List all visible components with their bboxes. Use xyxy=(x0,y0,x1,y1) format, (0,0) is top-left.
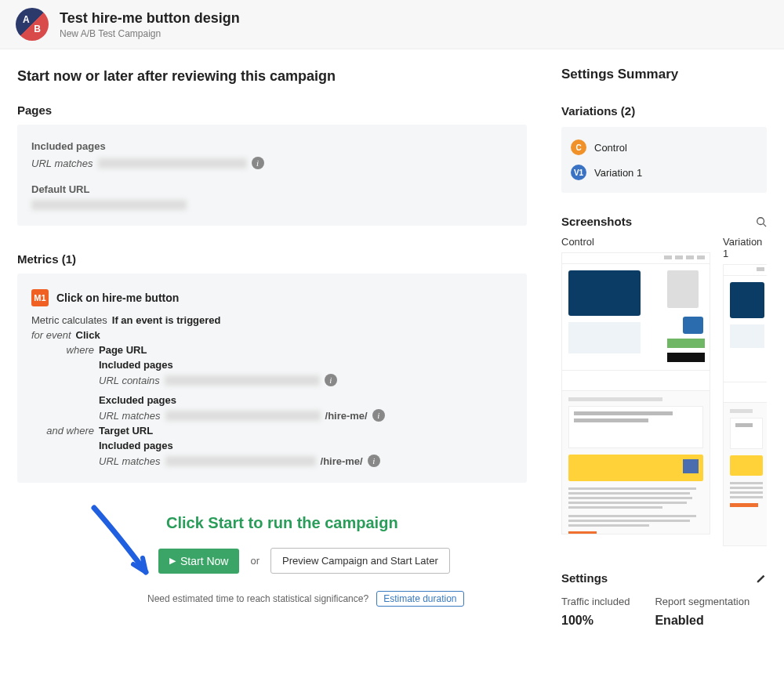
variation-label: Variation 1 xyxy=(594,167,642,179)
main-heading: Start now or later after reviewing this … xyxy=(17,68,527,85)
or-text: or xyxy=(250,555,260,567)
redacted-url xyxy=(98,158,247,168)
start-now-button[interactable]: ▶ Start Now xyxy=(158,549,239,574)
play-icon: ▶ xyxy=(169,556,176,566)
info-icon[interactable]: i xyxy=(368,455,380,467)
callout-instruction: Click Start to run the campaign xyxy=(166,514,527,532)
campaign-title: Test hire-me button design xyxy=(60,10,240,27)
metrics-card: M1 Click on hire-me button Metric calcul… xyxy=(17,274,527,483)
metric-title: Click on hire-me button xyxy=(56,292,179,304)
metric-calculates-value: If an event is triggered xyxy=(112,314,221,326)
info-icon[interactable]: i xyxy=(325,374,337,386)
estimate-duration-button[interactable]: Estimate duration xyxy=(376,591,463,607)
campaign-subtitle: New A/B Test Campaign xyxy=(60,28,240,39)
url-matches-label-3: URL matches xyxy=(99,455,161,467)
screenshot-thumb-v1[interactable] xyxy=(723,264,767,546)
metrics-label: Metrics (1) xyxy=(17,252,527,266)
pages-card: Included pages URL matches i Default URL xyxy=(17,125,527,226)
control-badge: C xyxy=(571,139,586,155)
for-event-label: for event xyxy=(31,329,71,341)
pages-label: Pages xyxy=(17,103,527,117)
included-pages-label: Included pages xyxy=(31,140,513,152)
where-label: where xyxy=(31,344,94,356)
variations-heading: Variations (2) xyxy=(561,104,767,118)
url-contains-label: URL contains xyxy=(99,375,160,386)
edit-icon[interactable] xyxy=(756,573,767,584)
url-matches-label-2: URL matches xyxy=(99,410,161,422)
screenshot-label-v1: Variation 1 xyxy=(723,236,767,259)
annotation-arrow-icon xyxy=(78,503,165,585)
screenshots-heading: Screenshots xyxy=(561,215,632,228)
search-icon[interactable] xyxy=(756,216,767,227)
variation-item-control[interactable]: C Control xyxy=(571,135,757,160)
included-pages-label-3: Included pages xyxy=(99,440,513,451)
report-label: Report segmentation xyxy=(655,596,750,609)
url-matches-label: URL matches xyxy=(31,158,93,169)
estimate-question: Need estimated time to reach statistical… xyxy=(147,593,368,604)
traffic-label: Traffic included xyxy=(561,596,630,609)
variations-list: C Control V1 Variation 1 xyxy=(561,127,767,193)
excluded-pages-label: Excluded pages xyxy=(99,394,513,406)
metric-calculates-label: Metric calculates xyxy=(31,314,107,326)
settings-summary-heading: Settings Summary xyxy=(561,67,767,82)
screenshot-label-control: Control xyxy=(561,236,710,248)
settings-heading: Settings xyxy=(561,571,608,585)
page-header: A B Test hire-me button design New A/B T… xyxy=(0,0,784,49)
page-url-label: Page URL xyxy=(99,344,513,356)
svg-line-1 xyxy=(764,223,767,226)
included-pages-label-2: Included pages xyxy=(99,359,513,371)
ab-badge-icon: A B xyxy=(16,8,49,41)
info-icon[interactable]: i xyxy=(252,157,264,169)
target-url-label: Target URL xyxy=(99,425,513,437)
and-where-label: and where xyxy=(31,425,94,437)
screenshot-row: Control xyxy=(561,236,767,546)
variation-item-v1[interactable]: V1 Variation 1 xyxy=(571,160,757,185)
target-url-suffix: /hire-me/ xyxy=(321,455,363,467)
report-value: Enabled xyxy=(655,614,750,628)
metric-badge: M1 xyxy=(31,289,49,306)
redacted-url-matches xyxy=(165,411,321,421)
default-url-label: Default URL xyxy=(31,183,513,195)
v1-badge: V1 xyxy=(571,165,586,180)
screenshot-thumb-control[interactable] xyxy=(561,252,710,534)
info-icon[interactable]: i xyxy=(372,409,385,422)
redacted-url-contains xyxy=(165,375,320,386)
traffic-value: 100% xyxy=(561,614,630,628)
preview-later-button[interactable]: Preview Campaign and Start Later xyxy=(270,548,450,574)
for-event-value: Click xyxy=(76,329,100,341)
variation-label: Control xyxy=(594,142,627,154)
url-suffix: /hire-me/ xyxy=(325,410,368,422)
redacted-default-url xyxy=(31,200,187,210)
redacted-target-url xyxy=(165,456,316,466)
svg-point-0 xyxy=(757,217,764,224)
